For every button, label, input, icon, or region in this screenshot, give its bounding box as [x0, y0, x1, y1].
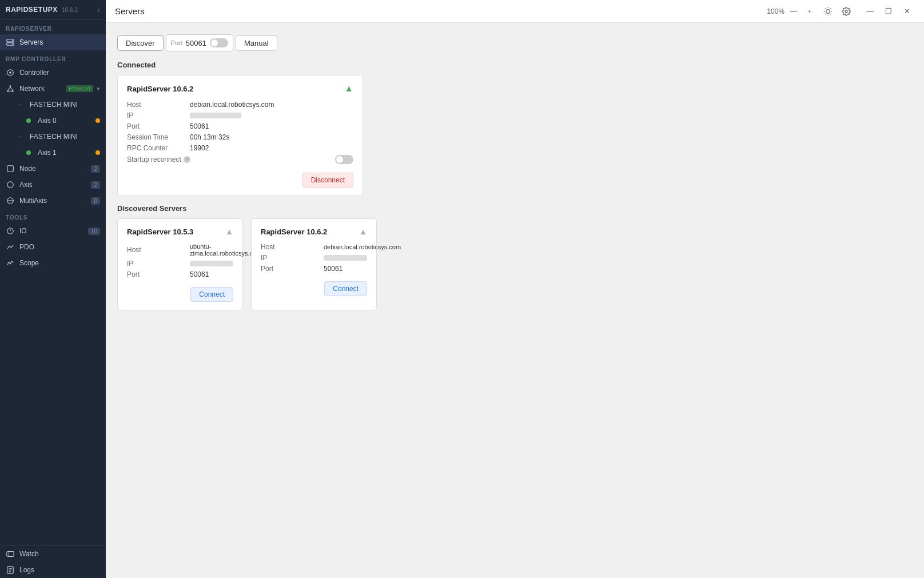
sidebar-item-logs[interactable]: Logs — [0, 562, 106, 578]
connected-card: RapidServer 10.6.2 ▲ Host debian.local.r… — [117, 75, 363, 196]
disc-1-host-label: Host — [261, 243, 324, 251]
disc-card-1-header: RapidServer 10.6.2 ▲ — [261, 227, 367, 236]
port-field-value: 50061 — [190, 122, 209, 130]
sidebar-item-network[interactable]: Network EtherCAT ▾ — [0, 81, 106, 97]
svg-point-3 — [12, 43, 13, 45]
logs-label: Logs — [19, 566, 100, 574]
sidebar-item-axis-1[interactable]: Axis 1 — [0, 145, 106, 161]
svg-line-10 — [10, 87, 13, 90]
axis-icon — [6, 180, 15, 189]
port-group: Port 50061 — [166, 34, 233, 51]
svg-line-32 — [830, 8, 831, 9]
disc-0-port-label: Port — [127, 270, 190, 278]
host-value: debian.local.roboticsys.com — [190, 101, 274, 109]
sidebar-item-servers[interactable]: Servers — [0, 34, 106, 50]
disc-card-0-title: RapidServer 10.5.3 — [127, 228, 193, 236]
disc-card-1-title: RapidServer 10.6.2 — [261, 228, 327, 236]
svg-line-31 — [825, 14, 826, 14]
connected-status-icon: ▲ — [344, 83, 353, 94]
sidebar-item-fastech-mini-1[interactable]: − FASTECH MINI — [0, 97, 106, 113]
controller-icon — [6, 68, 15, 77]
multiaxis-badge: 0 — [91, 197, 100, 205]
disconnect-btn-row: Disconnect — [127, 167, 353, 188]
brightness-button[interactable] — [821, 5, 835, 18]
content-area: Discover Port 50061 Manual Connected Rap… — [106, 23, 924, 578]
sidebar-item-fastech-mini-2[interactable]: − FASTECH MINI — [0, 129, 106, 145]
rpc-counter-label: RPC Counter — [127, 144, 190, 152]
startup-reconnect-toggle[interactable] — [335, 155, 353, 164]
discover-tab[interactable]: Discover — [117, 35, 164, 51]
maximize-button[interactable]: ❐ — [881, 3, 897, 19]
sidebar-item-axis[interactable]: Axis 2 — [0, 177, 106, 193]
axis-0-label: Axis 0 — [38, 117, 95, 125]
sidebar-item-pdo[interactable]: PDO — [0, 239, 106, 255]
close-button[interactable]: ✕ — [899, 3, 915, 19]
disc-1-ip-label: IP — [261, 254, 324, 262]
port-field-label: Port — [127, 122, 190, 130]
watch-label: Watch — [19, 550, 100, 558]
disc-0-port-row: Port 50061 — [127, 270, 233, 278]
io-label: IO — [19, 227, 88, 235]
ip-value-blurred — [190, 113, 241, 118]
session-time-value: 00h 13m 32s — [190, 133, 229, 141]
minimize-button[interactable]: — — [862, 3, 878, 19]
network-collapse-icon[interactable]: ▾ — [97, 85, 100, 93]
titlebar-controls: 100% — + — ❐ ✕ — [767, 3, 915, 19]
disc-0-connect-btn-row: Connect — [127, 281, 233, 302]
sidebar-item-watch[interactable]: Watch — [0, 546, 106, 562]
sidebar-item-scope[interactable]: Scope — [0, 255, 106, 271]
disc-0-connect-button[interactable]: Connect — [190, 287, 233, 302]
multiaxis-label: MultiAxis — [19, 197, 91, 205]
manual-tab[interactable]: Manual — [236, 35, 277, 51]
sidebar: RAPIDSETUPX 10.6.2 ‹ RAPIDSERVER Servers… — [0, 0, 106, 578]
connected-host-row: Host debian.local.roboticsys.com — [127, 101, 353, 109]
disc-1-port-label: Port — [261, 265, 324, 273]
sidebar-header: RAPIDSETUPX 10.6.2 ‹ — [0, 0, 106, 20]
sidebar-servers-label: Servers — [19, 38, 100, 46]
sidebar-bottom: Watch Logs — [0, 545, 106, 578]
app-title-group: RAPIDSETUPX 10.6.2 — [6, 6, 78, 14]
sidebar-item-io[interactable]: IO 10 — [0, 223, 106, 239]
discovered-section-title: Discovered Servers — [117, 204, 913, 213]
pdo-label: PDO — [19, 243, 100, 251]
port-toggle[interactable] — [210, 38, 228, 47]
main-content: Servers 100% — + — ❐ ✕ Discover — [106, 0, 924, 578]
sidebar-item-axis-0[interactable]: Axis 0 — [0, 113, 106, 129]
axis-1-label: Axis 1 — [38, 149, 95, 157]
fastech2-expand-icon: − — [16, 132, 25, 141]
disc-0-port-value: 50061 — [190, 270, 209, 278]
svg-point-7 — [7, 90, 9, 92]
discovered-card-0: RapidServer 10.5.3 ▲ Host ubuntu-zima.lo… — [117, 218, 243, 310]
sidebar-item-node[interactable]: Node 2 — [0, 161, 106, 177]
axis-0-status-icon — [24, 116, 33, 125]
scope-icon — [6, 258, 15, 268]
zoom-in-button[interactable]: + — [803, 5, 817, 18]
sidebar-item-controller[interactable]: Controller — [0, 65, 106, 81]
session-time-label: Session Time — [127, 133, 190, 141]
zoom-out-button[interactable]: — — [787, 5, 800, 18]
disc-0-host-row: Host ubuntu-zima.local.roboticsys.com — [127, 243, 233, 257]
discovered-grid: RapidServer 10.5.3 ▲ Host ubuntu-zima.lo… — [117, 218, 913, 310]
titlebar: Servers 100% — + — ❐ ✕ — [106, 0, 924, 23]
settings-button[interactable] — [839, 5, 853, 18]
disc-0-host-label: Host — [127, 246, 190, 254]
sidebar-item-multiaxis[interactable]: MultiAxis 0 — [0, 193, 106, 209]
disc-card-1-icon: ▲ — [359, 227, 367, 236]
tools-section-label: ToOls — [0, 209, 106, 223]
disc-1-connect-button[interactable]: Connect — [324, 281, 367, 296]
svg-rect-18 — [7, 552, 14, 557]
reconnect-info-icon: ? — [184, 156, 190, 163]
ethercat-badge: EtherCAT — [66, 85, 93, 92]
startup-reconnect-row: Startup reconnect ? — [127, 155, 353, 164]
scope-label: Scope — [19, 259, 100, 267]
multiaxis-icon — [6, 196, 15, 205]
tabs-row: Discover Port 50061 Manual — [117, 34, 913, 51]
zoom-level: 100% — [767, 7, 784, 15]
page-title: Servers — [115, 6, 145, 16]
io-icon — [6, 226, 15, 236]
disconnect-button[interactable]: Disconnect — [302, 173, 353, 188]
disc-1-host-value: debian.local.roboticsys.com — [324, 244, 401, 250]
svg-line-28 — [830, 14, 831, 14]
sidebar-collapse-button[interactable]: ‹ — [97, 6, 100, 14]
disc-card-0-header: RapidServer 10.5.3 ▲ — [127, 227, 233, 236]
